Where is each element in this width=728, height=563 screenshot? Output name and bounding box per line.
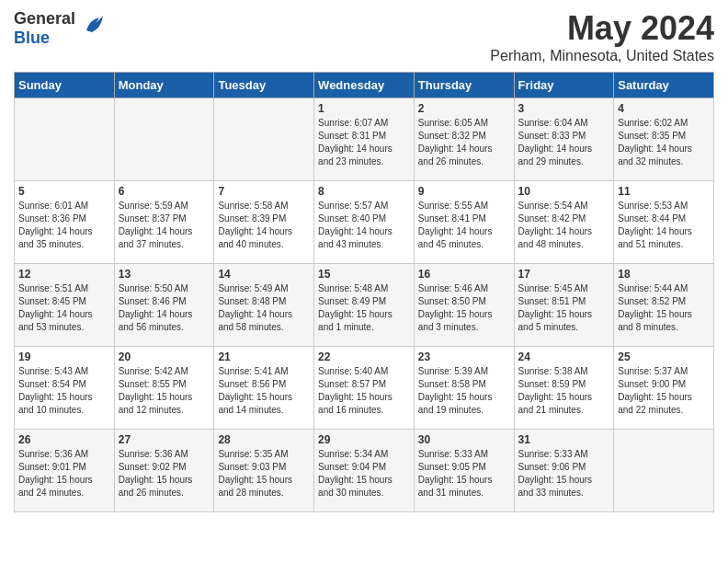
cell-content: Sunrise: 5:36 AM Sunset: 9:01 PM Dayligh… [18,448,110,500]
weekday-header-tuesday: Tuesday [214,73,314,98]
day-number: 8 [318,185,410,198]
cell-content: Sunrise: 5:33 AM Sunset: 9:05 PM Dayligh… [418,448,510,500]
calendar-cell: 13Sunrise: 5:50 AM Sunset: 8:46 PM Dayli… [114,264,214,347]
cell-content: Sunrise: 5:42 AM Sunset: 8:55 PM Dayligh… [119,365,210,417]
calendar-cell: 2Sunrise: 6:05 AM Sunset: 8:32 PM Daylig… [414,98,514,181]
calendar-week-row: 19Sunrise: 5:43 AM Sunset: 8:54 PM Dayli… [15,347,714,430]
day-number: 10 [518,185,610,198]
calendar-cell: 19Sunrise: 5:43 AM Sunset: 8:54 PM Dayli… [15,347,115,430]
cell-content: Sunrise: 5:36 AM Sunset: 9:02 PM Dayligh… [119,448,210,500]
cell-content: Sunrise: 6:04 AM Sunset: 8:33 PM Dayligh… [518,117,610,168]
main-title: May 2024 [490,9,714,48]
cell-content: Sunrise: 5:45 AM Sunset: 8:51 PM Dayligh… [518,282,610,334]
cell-content: Sunrise: 5:46 AM Sunset: 8:50 PM Dayligh… [418,282,510,334]
cell-content: Sunrise: 5:44 AM Sunset: 8:52 PM Dayligh… [618,282,710,334]
weekday-header-sunday: Sunday [15,73,115,98]
day-number: 28 [218,433,310,446]
calendar-cell: 28Sunrise: 5:35 AM Sunset: 9:03 PM Dayli… [214,430,314,512]
day-number: 29 [318,433,410,446]
calendar-week-row: 12Sunrise: 5:51 AM Sunset: 8:45 PM Dayli… [15,264,714,347]
calendar-cell [114,98,214,181]
cell-content: Sunrise: 5:59 AM Sunset: 8:37 PM Dayligh… [119,200,210,251]
cell-content: Sunrise: 5:57 AM Sunset: 8:40 PM Dayligh… [318,200,410,251]
cell-content: Sunrise: 5:33 AM Sunset: 9:06 PM Dayligh… [518,448,610,500]
cell-content: Sunrise: 5:35 AM Sunset: 9:03 PM Dayligh… [218,448,310,500]
day-number: 26 [18,433,110,446]
calendar-cell: 10Sunrise: 5:54 AM Sunset: 8:42 PM Dayli… [514,181,614,264]
cell-content: Sunrise: 5:55 AM Sunset: 8:41 PM Dayligh… [418,200,510,251]
calendar-cell: 24Sunrise: 5:38 AM Sunset: 8:59 PM Dayli… [514,347,614,430]
weekday-header-friday: Friday [514,73,614,98]
cell-content: Sunrise: 6:02 AM Sunset: 8:35 PM Dayligh… [618,117,710,168]
calendar-week-row: 5Sunrise: 6:01 AM Sunset: 8:36 PM Daylig… [15,181,714,264]
day-number: 22 [318,350,410,363]
day-number: 31 [518,433,610,446]
weekday-header-saturday: Saturday [614,73,714,98]
day-number: 6 [119,185,210,198]
calendar-cell: 22Sunrise: 5:40 AM Sunset: 8:57 PM Dayli… [314,347,415,430]
calendar-week-row: 26Sunrise: 5:36 AM Sunset: 9:01 PM Dayli… [15,430,714,512]
day-number: 21 [218,350,310,363]
calendar-cell: 18Sunrise: 5:44 AM Sunset: 8:52 PM Dayli… [614,264,714,347]
calendar-cell: 1Sunrise: 6:07 AM Sunset: 8:31 PM Daylig… [314,98,415,181]
day-number: 4 [618,102,710,115]
cell-content: Sunrise: 5:40 AM Sunset: 8:57 PM Dayligh… [318,365,410,417]
calendar-cell: 11Sunrise: 5:53 AM Sunset: 8:44 PM Dayli… [614,181,714,264]
header: General Blue May 2024 Perham, Minnesota,… [14,9,714,64]
cell-content: Sunrise: 5:58 AM Sunset: 8:39 PM Dayligh… [218,200,310,251]
day-number: 7 [218,185,310,198]
calendar-cell: 3Sunrise: 6:04 AM Sunset: 8:33 PM Daylig… [514,98,614,181]
day-number: 23 [418,350,510,363]
cell-content: Sunrise: 6:05 AM Sunset: 8:32 PM Dayligh… [418,117,510,168]
calendar-table: SundayMondayTuesdayWednesdayThursdayFrid… [14,72,714,512]
calendar-cell: 14Sunrise: 5:49 AM Sunset: 8:48 PM Dayli… [214,264,314,347]
weekday-header-monday: Monday [114,73,214,98]
logo-bird-icon [79,12,107,45]
day-number: 11 [618,185,710,198]
day-number: 5 [18,185,110,198]
weekday-header-wednesday: Wednesday [314,73,415,98]
day-number: 14 [218,268,310,281]
calendar-cell: 9Sunrise: 5:55 AM Sunset: 8:41 PM Daylig… [414,181,514,264]
day-number: 15 [318,268,410,281]
cell-content: Sunrise: 5:38 AM Sunset: 8:59 PM Dayligh… [518,365,610,417]
subtitle: Perham, Minnesota, United States [490,48,714,64]
calendar-cell [15,98,115,181]
cell-content: Sunrise: 5:37 AM Sunset: 9:00 PM Dayligh… [618,365,710,417]
weekday-header-thursday: Thursday [414,73,514,98]
day-number: 13 [119,268,210,281]
cell-content: Sunrise: 5:54 AM Sunset: 8:42 PM Dayligh… [518,200,610,251]
calendar-cell: 8Sunrise: 5:57 AM Sunset: 8:40 PM Daylig… [314,181,415,264]
calendar-week-row: 1Sunrise: 6:07 AM Sunset: 8:31 PM Daylig… [15,98,714,181]
day-number: 3 [518,102,610,115]
cell-content: Sunrise: 5:34 AM Sunset: 9:04 PM Dayligh… [318,448,410,500]
day-number: 25 [618,350,710,363]
cell-content: Sunrise: 5:53 AM Sunset: 8:44 PM Dayligh… [618,200,710,251]
calendar-cell: 26Sunrise: 5:36 AM Sunset: 9:01 PM Dayli… [15,430,115,512]
day-number: 1 [318,102,410,115]
day-number: 20 [119,350,210,363]
calendar-cell: 23Sunrise: 5:39 AM Sunset: 8:58 PM Dayli… [414,347,514,430]
cell-content: Sunrise: 6:07 AM Sunset: 8:31 PM Dayligh… [318,117,410,168]
day-number: 19 [18,350,110,363]
cell-content: Sunrise: 5:41 AM Sunset: 8:56 PM Dayligh… [218,365,310,417]
calendar-cell: 31Sunrise: 5:33 AM Sunset: 9:06 PM Dayli… [514,430,614,512]
calendar-cell: 25Sunrise: 5:37 AM Sunset: 9:00 PM Dayli… [614,347,714,430]
day-number: 2 [418,102,510,115]
day-number: 30 [418,433,510,446]
calendar-cell: 27Sunrise: 5:36 AM Sunset: 9:02 PM Dayli… [114,430,214,512]
day-number: 12 [18,268,110,281]
calendar-cell: 15Sunrise: 5:48 AM Sunset: 8:49 PM Dayli… [314,264,415,347]
calendar-cell: 7Sunrise: 5:58 AM Sunset: 8:39 PM Daylig… [214,181,314,264]
calendar-cell: 29Sunrise: 5:34 AM Sunset: 9:04 PM Dayli… [314,430,415,512]
calendar-cell [614,430,714,512]
logo-blue-text: Blue [14,29,50,47]
day-number: 27 [119,433,210,446]
cell-content: Sunrise: 5:39 AM Sunset: 8:58 PM Dayligh… [418,365,510,417]
calendar-cell: 12Sunrise: 5:51 AM Sunset: 8:45 PM Dayli… [15,264,115,347]
day-number: 18 [618,268,710,281]
cell-content: Sunrise: 5:43 AM Sunset: 8:54 PM Dayligh… [18,365,110,417]
calendar-cell: 16Sunrise: 5:46 AM Sunset: 8:50 PM Dayli… [414,264,514,347]
cell-content: Sunrise: 5:49 AM Sunset: 8:48 PM Dayligh… [218,282,310,334]
calendar-cell [214,98,314,181]
